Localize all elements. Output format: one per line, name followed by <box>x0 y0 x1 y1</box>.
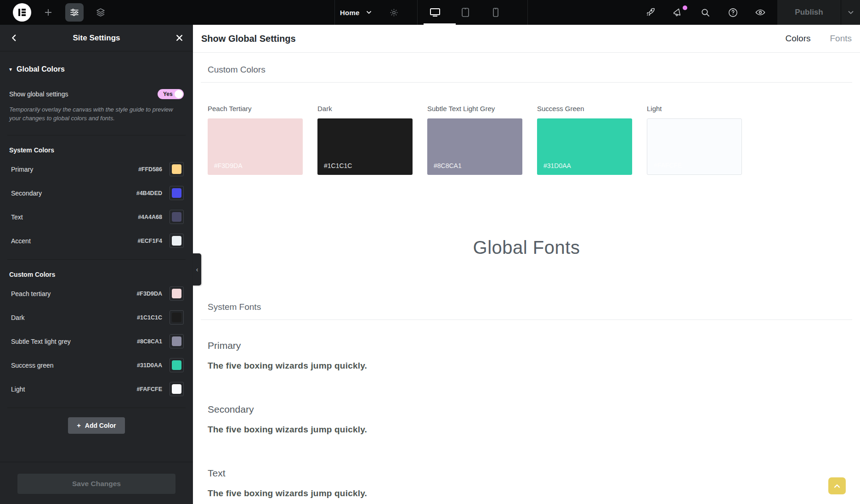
color-picker-swatch[interactable] <box>170 234 184 248</box>
publish-panel: Publish <box>777 0 860 25</box>
scroll-to-top-button[interactable] <box>828 477 846 494</box>
close-icon[interactable] <box>174 29 185 47</box>
color-row[interactable]: Light#FAFCFE <box>9 377 184 401</box>
color-card[interactable]: #8C8CA1 <box>427 118 522 175</box>
color-card-hex: #31D0AA <box>543 162 571 169</box>
save-changes-button[interactable]: Save Changes <box>17 474 175 494</box>
global-colors-accordion[interactable]: ▾ Global Colors <box>9 65 184 73</box>
color-picker-swatch[interactable] <box>170 210 184 224</box>
font-sample-text: The five boxing wizards jump quickly. <box>208 361 845 371</box>
color-picker-swatch[interactable] <box>170 334 184 348</box>
color-row[interactable]: Peach tertiary#F3D9DA <box>9 282 184 306</box>
upgrade-rocket-icon[interactable] <box>641 4 659 21</box>
tablet-view-icon[interactable] <box>457 4 474 21</box>
font-sample-text: The five boxing wizards jump quickly. <box>208 488 845 498</box>
desktop-view-icon[interactable] <box>426 4 444 21</box>
color-row[interactable]: Dark#1C1C1C <box>9 306 184 330</box>
top-bar: Home <box>0 0 860 25</box>
color-hex-value: #8C8CA1 <box>137 338 162 345</box>
color-card-label: Dark <box>317 105 413 112</box>
elementor-logo[interactable] <box>13 3 31 22</box>
color-name: Secondary <box>9 190 136 197</box>
swatch-color <box>172 313 181 322</box>
color-card-label: Light <box>647 105 742 112</box>
panel-collapse-handle[interactable]: ‹ <box>193 253 201 286</box>
color-name: Light <box>9 386 136 393</box>
color-card[interactable]: #FAFCFE <box>647 118 742 175</box>
site-settings-icon[interactable] <box>65 3 84 22</box>
color-picker-swatch[interactable] <box>170 162 184 176</box>
divider <box>201 82 852 83</box>
color-row[interactable]: Primary#FFD586 <box>9 157 184 181</box>
nav-fonts-link[interactable]: Fonts <box>830 34 852 44</box>
add-element-icon[interactable] <box>40 4 57 21</box>
system-colors-heading: System Colors <box>9 146 184 154</box>
show-global-settings-toggle[interactable]: Yes <box>158 89 184 99</box>
color-row[interactable]: Text#4A4A68 <box>9 205 184 229</box>
elementor-editor: Home <box>0 0 860 504</box>
topbar-right-group <box>641 0 769 25</box>
toggle-state-label: Yes <box>163 91 173 97</box>
color-row[interactable]: Secondary#4B4DED <box>9 181 184 205</box>
color-card-hex: #8C8CA1 <box>434 162 462 169</box>
color-card-hex: #FAFCFE <box>654 162 682 169</box>
divider <box>201 319 852 320</box>
color-card-hex: #1C1C1C <box>324 162 352 169</box>
color-card-block: Dark#1C1C1C <box>317 105 413 175</box>
color-card[interactable]: #1C1C1C <box>317 118 413 175</box>
color-row[interactable]: Accent#ECF1F4 <box>9 229 184 253</box>
whats-new-megaphone-icon[interactable] <box>669 4 686 21</box>
panel-title: Site Settings <box>73 34 120 43</box>
color-row[interactable]: Success green#31D0AA <box>9 353 184 377</box>
panel-header: Site Settings <box>0 25 193 51</box>
page-settings-gear-icon[interactable] <box>385 4 402 21</box>
help-icon[interactable] <box>724 4 741 21</box>
add-color-button[interactable]: +Add Color <box>68 417 125 434</box>
color-card-block: Peach Tertiary#F3D9DA <box>208 105 303 175</box>
color-hex-value: #31D0AA <box>137 362 162 369</box>
document-name[interactable]: Home <box>340 9 359 17</box>
color-hex-value: #4A4A68 <box>138 214 162 220</box>
site-settings-panel: Site Settings ▾ Global Colors Show globa… <box>0 25 193 504</box>
color-name: Accent <box>9 237 138 245</box>
accordion-title: Global Colors <box>17 65 65 73</box>
color-card[interactable]: #F3D9DA <box>208 118 303 175</box>
global-settings-description: Temporarily overlay the canvas with the … <box>9 106 184 123</box>
show-global-settings-row: Show global settings Yes <box>9 89 184 99</box>
color-hex-value: #1C1C1C <box>137 314 162 321</box>
swatch-color <box>172 336 181 346</box>
document-switcher: Home <box>340 0 402 25</box>
collapse-chevron-icon: ‹ <box>196 266 198 273</box>
system-fonts-section-heading: System Fonts <box>208 302 845 312</box>
responsive-mode-switcher <box>426 0 504 25</box>
color-card-block: Subtle Text Light Grey#8C8CA1 <box>427 105 522 175</box>
back-chevron-icon[interactable] <box>8 29 19 47</box>
structure-layers-icon[interactable] <box>92 4 109 21</box>
page-title: Show Global Settings <box>201 34 296 44</box>
divider <box>7 408 186 408</box>
nav-colors-link[interactable]: Colors <box>786 34 811 44</box>
font-item: TextThe five boxing wizards jump quickly… <box>208 468 845 498</box>
color-name: Primary <box>9 166 138 173</box>
active-device-underline <box>424 23 456 25</box>
publish-button[interactable]: Publish <box>777 8 841 17</box>
color-hex-value: #4B4DED <box>136 190 162 196</box>
color-picker-swatch[interactable] <box>170 186 184 200</box>
color-card[interactable]: #31D0AA <box>537 118 632 175</box>
color-picker-swatch[interactable] <box>170 382 184 396</box>
mobile-view-icon[interactable] <box>487 4 504 21</box>
publish-options-chevron-icon[interactable] <box>841 9 860 16</box>
style-guide-nav: Colors Fonts <box>786 34 852 44</box>
custom-colors-section-heading: Custom Colors <box>208 65 845 75</box>
preview-eye-icon[interactable] <box>752 4 769 21</box>
color-row[interactable]: Subtle Text light grey#8C8CA1 <box>9 330 184 353</box>
color-hex-value: #F3D9DA <box>136 291 162 297</box>
color-name: Peach tertiary <box>9 290 136 297</box>
color-picker-swatch[interactable] <box>170 310 184 325</box>
font-item: PrimaryThe five boxing wizards jump quic… <box>208 340 845 371</box>
chevron-down-icon[interactable] <box>364 4 374 21</box>
color-picker-swatch[interactable] <box>170 286 184 301</box>
finder-search-icon[interactable] <box>696 4 714 21</box>
font-item: SecondaryThe five boxing wizards jump qu… <box>208 404 845 435</box>
color-picker-swatch[interactable] <box>170 358 184 372</box>
